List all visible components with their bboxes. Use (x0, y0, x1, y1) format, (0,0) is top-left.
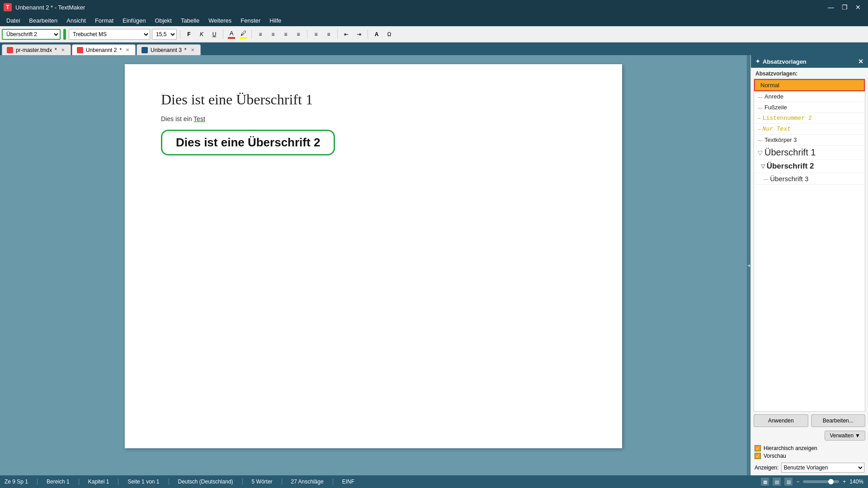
verwalten-button[interactable]: Verwalten ▼ (825, 431, 865, 441)
status-right: ▦ ▤ ▥ − + 140% (761, 478, 863, 486)
style-item-textkoerper3[interactable]: — Textkörper 3 (754, 135, 865, 145)
checkbox-hierarchisch[interactable]: ✓ (755, 445, 761, 451)
styles-list[interactable]: Normal — Anrede — Fußzeile — Listennumme… (754, 79, 865, 412)
anzeigen-label: Anzeigen: (755, 465, 778, 471)
list-button[interactable]: ≡ (311, 29, 321, 40)
special-chars-btn[interactable]: Ω (384, 29, 395, 40)
window-controls: — ❐ ✕ (825, 2, 864, 12)
zoom-thumb[interactable] (828, 479, 834, 484)
bearbeiten-button[interactable]: Bearbeiten... (811, 414, 866, 427)
label-vorschau: Vorschau (764, 453, 786, 459)
style-item-fusszeile[interactable]: — Fußzeile (754, 102, 865, 113)
resize-handle[interactable] (747, 55, 750, 475)
highlight-color-button[interactable]: 🖊 (238, 29, 248, 40)
menu-fenster[interactable]: Fenster (236, 16, 265, 25)
document-page: Dies ist eine Überschrift 1 Dies ist ein… (125, 64, 622, 448)
zoom-minus[interactable]: − (796, 479, 799, 485)
close-button[interactable]: ✕ (852, 2, 864, 12)
zoom-track[interactable] (803, 480, 839, 483)
maximize-button[interactable]: ❐ (838, 2, 851, 12)
tab-icon-unbenannt2 (77, 47, 83, 53)
tab-unbenannt3[interactable]: Unbenannt 3 * ✕ (137, 44, 200, 55)
anzeigen-selector[interactable]: Benutzte Vorlagen (781, 463, 864, 473)
style-label-anrede: Anrede (764, 93, 783, 100)
menu-bearbeiten[interactable]: Bearbeiten (24, 16, 62, 25)
tab-unbenannt2[interactable]: Unbenannt 2 * ✕ (72, 44, 136, 55)
menu-objekt[interactable]: Objekt (150, 16, 176, 25)
style-item-ueberschrift1[interactable]: ▽ Überschrift 1 (754, 145, 865, 160)
panel-header: ✦ Absatzvorlagen ✕ (751, 55, 868, 68)
toolbar: Überschrift 2 Trebuchet MS 15,5 F K U A … (0, 26, 868, 42)
view-btn3[interactable]: ▥ (784, 478, 793, 486)
menu-hilfe[interactable]: Hilfe (265, 16, 286, 25)
underline-button[interactable]: U (209, 29, 220, 40)
close-panel-button[interactable]: ✕ (858, 58, 863, 65)
align-center-button[interactable]: ≡ (268, 29, 278, 40)
indent-button[interactable]: ⇥ (354, 29, 364, 40)
sep6 (368, 30, 368, 39)
tab-bar: pr-master.tmdx * ✕ Unbenannt 2 * ✕ Unben… (0, 42, 868, 55)
status-bereich: Bereich 1 (47, 479, 70, 485)
checkbox-vorschau[interactable]: ✓ (755, 453, 761, 459)
style-item-anrede[interactable]: — Anrede (754, 91, 865, 102)
label-hierarchisch: Hierarchisch anzeigen (764, 445, 817, 451)
style-label-textkoerper3: Textkörper 3 (764, 136, 797, 143)
tab-icon-prmaster (7, 47, 13, 53)
align-justify-button[interactable]: ≡ (293, 29, 304, 40)
sep2 (223, 30, 223, 39)
italic-button[interactable]: K (196, 29, 207, 40)
minimize-button[interactable]: — (825, 2, 837, 12)
style-item-nurtext[interactable]: — Nur Text (754, 124, 865, 135)
status-anschlaege: 27 Anschläge (291, 479, 324, 485)
heading2-box: Dies ist eine Überschrift 2 (161, 130, 335, 155)
tab-close-prmaster[interactable]: ✕ (60, 47, 66, 53)
numbered-list-button[interactable]: ≡ (323, 29, 334, 40)
document-area[interactable]: Dies ist eine Überschrift 1 Dies ist ein… (0, 55, 747, 475)
tab-prmaster[interactable]: pr-master.tmdx * ✕ (2, 44, 71, 55)
bold-button[interactable]: F (184, 29, 194, 40)
status-sep5 (242, 479, 243, 485)
menu-einfuegen[interactable]: Einfügen (118, 16, 150, 25)
tab-close-unbenannt2[interactable]: ✕ (124, 47, 131, 53)
sep3 (251, 30, 252, 39)
style-item-ueberschrift3[interactable]: — Überschrift 3 (754, 173, 865, 185)
status-modus: EINF (342, 479, 354, 485)
align-right-button[interactable]: ≡ (280, 29, 291, 40)
option-vorschau: ✓ Vorschau (755, 453, 864, 459)
status-bar: Ze 9 Sp 1 Bereich 1 Kapitel 1 Seite 1 vo… (0, 475, 868, 488)
menu-ansicht[interactable]: Ansicht (62, 16, 90, 25)
panel-buttons: Anwenden Bearbeiten... (751, 412, 868, 430)
font-color-button[interactable]: A (226, 29, 236, 40)
view-btn1[interactable]: ▦ (761, 478, 769, 486)
style-label-nurtext: Nur Text (763, 126, 791, 132)
menu-tabelle[interactable]: Tabelle (176, 16, 204, 25)
menu-weiteres[interactable]: Weiteres (204, 16, 236, 25)
view-btn2[interactable]: ▤ (773, 478, 781, 486)
status-seite: Seite 1 von 1 (127, 479, 159, 485)
tab-label-prmaster: pr-master.tmdx (16, 47, 52, 53)
main-layout: Dies ist eine Überschrift 1 Dies ist ein… (0, 55, 868, 475)
menu-datei[interactable]: Datei (2, 16, 24, 25)
style-item-listennummer2[interactable]: — Listennummer 2 (754, 113, 865, 124)
status-sep2 (79, 479, 79, 485)
style-label-fusszeile: Fußzeile (764, 104, 787, 111)
anwenden-button[interactable]: Anwenden (754, 414, 808, 427)
verwalten-chevron: ▼ (855, 432, 860, 439)
font-selector[interactable]: Trebuchet MS (69, 29, 150, 40)
size-selector[interactable]: 15,5 (152, 29, 177, 40)
title-text: Unbenannt 2 * - TextMaker (15, 4, 821, 11)
menu-format[interactable]: Format (90, 16, 118, 25)
style-selector[interactable]: Überschrift 2 (2, 29, 61, 40)
tab-close-unbenannt3[interactable]: ✕ (189, 47, 196, 53)
style-item-ueberschrift2[interactable]: ▽ Überschrift 2 (754, 160, 865, 173)
heading1: Dies ist eine Überschrift 1 (161, 91, 586, 108)
verwalten-label: Verwalten (830, 432, 854, 439)
status-sprache: Deutsch (Deutschland) (178, 479, 233, 485)
zoom-level: 140% (849, 479, 863, 485)
sep4 (307, 30, 307, 39)
outdent-button[interactable]: ⇤ (341, 29, 352, 40)
align-left-button[interactable]: ≡ (255, 29, 266, 40)
zoom-plus[interactable]: + (843, 479, 846, 485)
style-item-normal[interactable]: Normal (754, 79, 865, 91)
font-size-btn[interactable]: A (371, 29, 382, 40)
